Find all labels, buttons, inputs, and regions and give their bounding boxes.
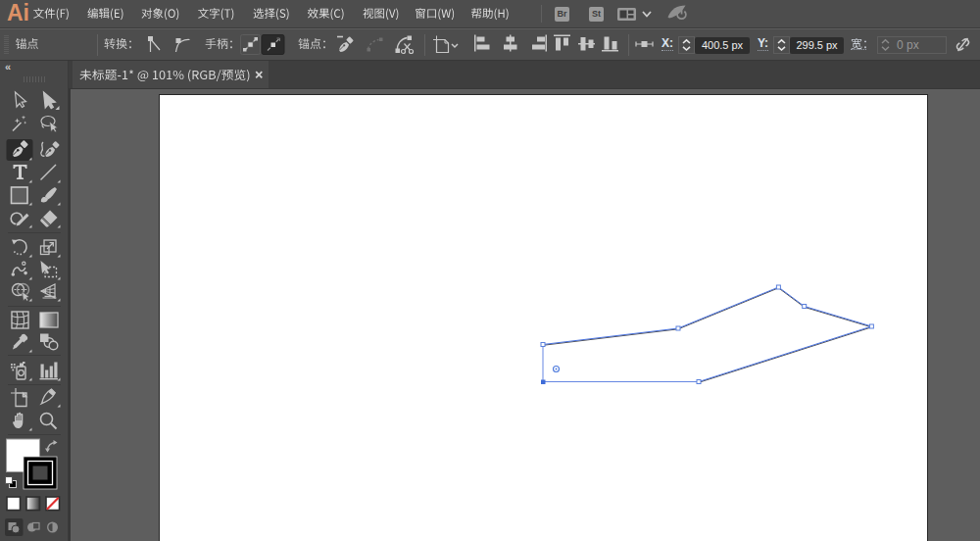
svg-text:0 px: 0 px (897, 38, 919, 52)
